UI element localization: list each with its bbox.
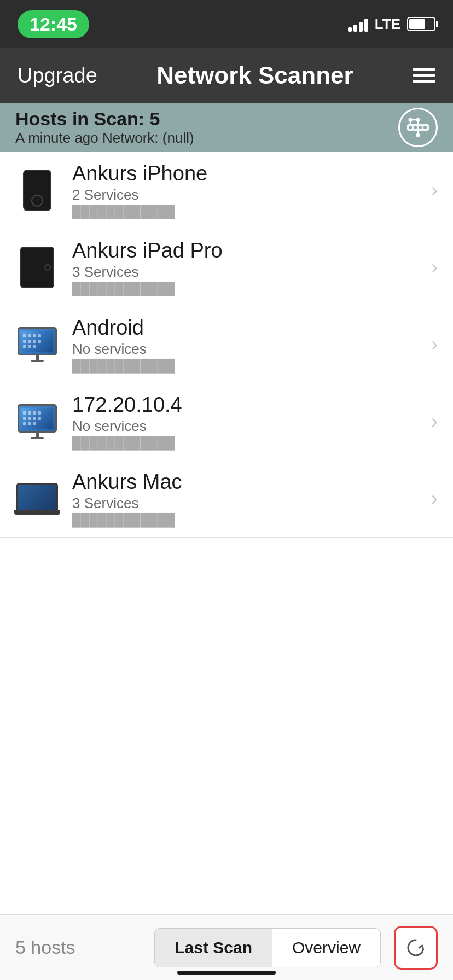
device-info: Ankurs Mac 3 Services ████████████ xyxy=(72,470,425,527)
list-item[interactable]: Android No services ████████████ › xyxy=(0,306,453,383)
svg-point-10 xyxy=(416,118,420,122)
device-name: 172.20.10.4 xyxy=(72,393,425,417)
svg-point-11 xyxy=(416,133,420,137)
hosts-count-label: 5 hosts xyxy=(15,937,154,958)
device-ip: ████████████ xyxy=(72,359,425,373)
chevron-right-icon: › xyxy=(431,333,438,356)
status-time: 12:45 xyxy=(18,10,89,38)
chevron-right-icon: › xyxy=(431,179,438,202)
device-services: 3 Services xyxy=(72,495,425,512)
device-icon-monitor xyxy=(15,323,59,366)
device-ip: ████████████ xyxy=(72,513,425,527)
scan-meta: A minute ago Network: (null) xyxy=(15,130,194,147)
chevron-right-icon: › xyxy=(431,487,438,510)
device-services: No services xyxy=(72,418,425,435)
chevron-right-icon: › xyxy=(431,410,438,433)
network-topology-button[interactable] xyxy=(398,108,438,147)
chevron-right-icon: › xyxy=(431,256,438,279)
device-ip: ████████████ xyxy=(72,436,425,450)
svg-point-4 xyxy=(423,126,427,129)
network-icon xyxy=(405,114,431,141)
overview-tab[interactable]: Overview xyxy=(272,929,380,967)
iphone-icon xyxy=(23,170,51,211)
device-icon-monitor xyxy=(15,400,59,444)
signal-icon xyxy=(348,16,368,32)
monitor-icon xyxy=(18,404,57,439)
last-scan-tab[interactable]: Last Scan xyxy=(155,929,272,967)
upgrade-button[interactable]: Upgrade xyxy=(18,64,97,88)
ipad-icon xyxy=(20,247,54,288)
tab-group: Last Scan Overview xyxy=(154,928,381,967)
nav-bar: Upgrade Network Scanner xyxy=(0,48,453,103)
list-item[interactable]: Ankurs Mac 3 Services ████████████ › xyxy=(0,460,453,538)
list-item[interactable]: Ankurs iPad Pro 3 Services ████████████ … xyxy=(0,229,453,306)
svg-point-9 xyxy=(409,118,413,122)
home-indicator xyxy=(177,971,276,975)
monitor-icon xyxy=(18,327,57,362)
hosts-in-scan: Hosts in Scan: 5 xyxy=(15,108,194,130)
status-right: LTE xyxy=(348,16,435,33)
battery-icon xyxy=(407,17,435,31)
bottom-toolbar: 5 hosts Last Scan Overview xyxy=(0,914,453,980)
svg-point-1 xyxy=(409,126,412,129)
laptop-icon xyxy=(14,483,60,515)
device-ip: ████████████ xyxy=(72,205,425,219)
device-name: Ankurs Mac xyxy=(72,470,425,494)
refresh-button[interactable] xyxy=(394,926,438,970)
device-icon-ipad xyxy=(15,246,59,289)
device-name: Ankurs iPad Pro xyxy=(72,239,425,262)
device-services: No services xyxy=(72,341,425,358)
device-icon-laptop xyxy=(15,477,59,521)
device-list: Ankurs iPhone 2 Services ████████████ › … xyxy=(0,152,453,538)
scan-bar: Hosts in Scan: 5 A minute ago Network: (… xyxy=(0,103,453,152)
device-ip: ████████████ xyxy=(72,282,425,296)
device-name: Android xyxy=(72,316,425,340)
status-bar: 12:45 LTE xyxy=(0,0,453,48)
list-item[interactable]: 172.20.10.4 No services ████████████ › xyxy=(0,383,453,460)
refresh-icon xyxy=(404,936,428,960)
carrier-label: LTE xyxy=(375,16,400,33)
device-info: Ankurs iPad Pro 3 Services ████████████ xyxy=(72,239,425,296)
list-item[interactable]: Ankurs iPhone 2 Services ████████████ › xyxy=(0,152,453,229)
menu-button[interactable] xyxy=(413,68,435,83)
page-title: Network Scanner xyxy=(156,62,353,89)
svg-point-3 xyxy=(419,126,422,129)
device-info: Ankurs iPhone 2 Services ████████████ xyxy=(72,162,425,219)
scan-info: Hosts in Scan: 5 A minute ago Network: (… xyxy=(15,108,194,147)
device-services: 2 Services xyxy=(72,186,425,203)
device-icon-iphone xyxy=(15,168,59,212)
device-name: Ankurs iPhone xyxy=(72,162,425,185)
device-info: Android No services ████████████ xyxy=(72,316,425,373)
battery-fill xyxy=(409,19,425,29)
device-info: 172.20.10.4 No services ████████████ xyxy=(72,393,425,450)
svg-point-2 xyxy=(414,126,417,129)
device-services: 3 Services xyxy=(72,264,425,281)
